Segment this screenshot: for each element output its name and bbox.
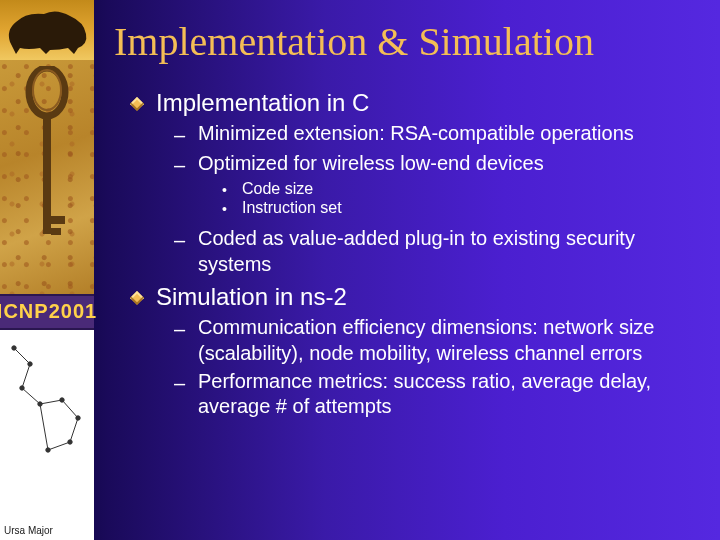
dash-bullet-icon: –	[174, 228, 188, 254]
svg-line-11	[48, 442, 70, 450]
constellation-label: Ursa Major	[4, 525, 53, 536]
svg-line-9	[62, 400, 78, 418]
svg-rect-1	[43, 114, 51, 234]
bullet-level-2: – Performance metrics: success ratio, av…	[174, 369, 692, 420]
conference-badge: ICNP2001	[0, 294, 94, 330]
svg-line-6	[22, 364, 30, 388]
bullet-level-2: – Communication efficiency dimensions: n…	[174, 315, 692, 366]
bullet-text: Code size	[242, 180, 313, 198]
bullet-level-2: – Minimized extension: RSA-compatible op…	[174, 121, 692, 149]
bear-logo	[0, 0, 94, 60]
bullet-text: Communication efficiency dimensions: net…	[198, 315, 692, 366]
svg-rect-3	[51, 228, 61, 235]
bullet-level-2: – Optimized for wireless low-end devices	[174, 151, 692, 179]
bullet-text: Minimized extension: RSA-compatible oper…	[198, 121, 634, 147]
svg-line-7	[22, 388, 40, 404]
svg-rect-2	[51, 216, 65, 224]
section-heading: Implementation in C	[156, 89, 369, 117]
bullet-text: Instruction set	[242, 199, 342, 217]
diamond-bullet-icon	[130, 291, 144, 305]
dash-bullet-icon: –	[174, 153, 188, 179]
diamond-bullet-icon	[130, 97, 144, 111]
bullet-level-2: – Coded as value-added plug-in to existi…	[174, 226, 692, 277]
bullet-text: Performance metrics: success ratio, aver…	[198, 369, 692, 420]
svg-point-14	[28, 361, 32, 365]
key-icon	[22, 66, 72, 266]
svg-point-19	[68, 439, 72, 443]
bullet-level-1: Implementation in C	[132, 89, 692, 117]
svg-line-10	[70, 418, 78, 442]
slide: ICNP2001	[0, 0, 720, 540]
bullet-level-3: • Instruction set	[222, 199, 692, 217]
svg-point-4	[33, 70, 61, 110]
bullet-text: Coded as value-added plug-in to existing…	[198, 226, 692, 277]
svg-point-13	[12, 345, 16, 349]
slide-content: Implementation & Simulation Implementati…	[94, 0, 720, 540]
dash-bullet-icon: –	[174, 371, 188, 397]
svg-point-15	[20, 385, 24, 389]
svg-point-17	[60, 397, 64, 401]
svg-line-8	[40, 400, 62, 404]
svg-line-12	[40, 404, 48, 450]
svg-point-20	[46, 447, 50, 451]
svg-point-16	[38, 401, 42, 405]
slide-title: Implementation & Simulation	[114, 18, 692, 65]
dot-bullet-icon: •	[222, 201, 232, 217]
constellation-panel: Ursa Major	[0, 330, 94, 540]
svg-point-18	[76, 415, 80, 419]
svg-point-0	[29, 68, 65, 116]
bullet-level-3: • Code size	[222, 180, 692, 198]
bullet-level-1: Simulation in ns-2	[132, 283, 692, 311]
dot-bullet-icon: •	[222, 182, 232, 198]
bullet-text: Optimized for wireless low-end devices	[198, 151, 544, 177]
svg-line-5	[14, 348, 30, 364]
sidebar: ICNP2001	[0, 0, 94, 540]
section-heading: Simulation in ns-2	[156, 283, 347, 311]
dash-bullet-icon: –	[174, 317, 188, 343]
dash-bullet-icon: –	[174, 123, 188, 149]
sidebar-texture	[0, 60, 94, 294]
